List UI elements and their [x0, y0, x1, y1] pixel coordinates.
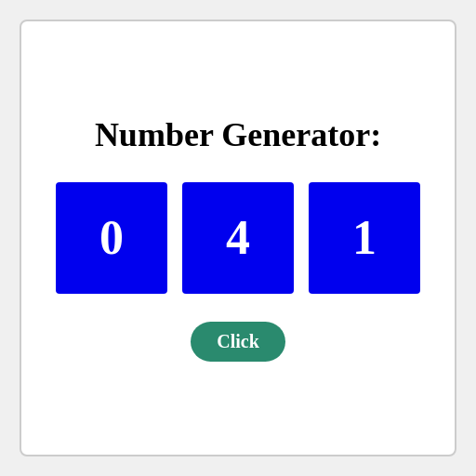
- number-box-0: 0: [56, 182, 167, 294]
- number-box-1: 4: [182, 182, 294, 294]
- app-container: Number Generator: 0 4 1 Click: [20, 20, 456, 456]
- click-button[interactable]: Click: [191, 322, 285, 362]
- number-digit-2: 1: [352, 210, 377, 265]
- number-digit-0: 0: [99, 210, 124, 265]
- number-box-2: 1: [309, 182, 420, 294]
- page-title: Number Generator:: [95, 115, 381, 154]
- number-digit-1: 4: [226, 210, 250, 265]
- numbers-row: 0 4 1: [56, 182, 420, 294]
